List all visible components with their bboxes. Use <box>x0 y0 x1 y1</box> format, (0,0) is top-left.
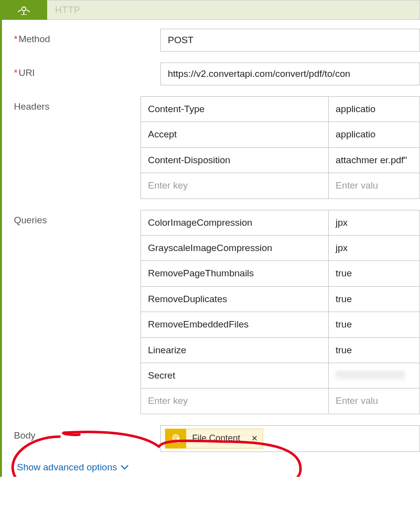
query-value[interactable]: true <box>329 312 420 337</box>
query-key-new[interactable]: Enter key <box>141 388 329 413</box>
body-label: Body <box>14 425 160 441</box>
file-content-token[interactable]: File Content ✕ <box>165 429 263 449</box>
action-title: HTTP <box>47 5 80 15</box>
method-label: *Method <box>14 29 160 45</box>
chevron-down-icon <box>120 462 129 473</box>
query-key[interactable]: ColorImageCompression <box>141 210 329 235</box>
table-row: Secret <box>141 363 420 388</box>
uri-input[interactable] <box>160 63 420 85</box>
query-key[interactable]: Secret <box>141 363 329 388</box>
header-value[interactable]: attachmer er.pdf" <box>329 148 420 173</box>
body-input[interactable]: File Content ✕ <box>160 425 420 452</box>
show-advanced-options-link[interactable]: Show advanced options <box>17 462 129 473</box>
table-row-new: Enter key Enter valu <box>141 388 420 413</box>
headers-label: Headers <box>14 96 140 112</box>
queries-label: Queries <box>14 210 140 226</box>
header-value[interactable]: applicatio <box>329 122 420 147</box>
headers-table: Content-Type applicatio Accept applicati… <box>140 96 420 199</box>
table-row-new: Enter key Enter valu <box>141 173 420 198</box>
table-row: RemoveDuplicates true <box>141 287 420 312</box>
header-key[interactable]: Accept <box>141 122 329 147</box>
advanced-link-label: Show advanced options <box>17 462 117 473</box>
action-header: HTTP <box>0 0 420 20</box>
query-value[interactable]: true <box>329 287 420 312</box>
query-value[interactable]: true <box>329 261 420 286</box>
query-value[interactable]: true <box>329 338 420 363</box>
body-row: Body File Content ✕ <box>14 425 420 452</box>
uri-label: *URI <box>14 63 160 78</box>
table-row: GrayscaleImageCompression jpx <box>141 236 420 261</box>
headers-row: Headers Content-Type applicatio Accept a… <box>14 96 420 199</box>
query-value[interactable] <box>329 363 420 388</box>
svg-rect-2 <box>176 440 180 443</box>
svg-point-0 <box>22 7 26 11</box>
table-row: Accept applicatio <box>141 122 420 147</box>
header-key[interactable]: Content-Disposition <box>141 148 329 173</box>
query-key[interactable]: RemoveEmbeddedFiles <box>141 312 329 337</box>
masked-secret <box>336 371 405 380</box>
query-key[interactable]: RemovePageThumbnails <box>141 261 329 286</box>
table-row: RemoveEmbeddedFiles true <box>141 312 420 337</box>
query-value[interactable]: jpx <box>329 236 420 260</box>
query-value[interactable]: jpx <box>329 210 420 235</box>
table-row: Content-Type applicatio <box>141 97 420 122</box>
globe-lock-icon <box>165 429 186 449</box>
queries-row: Queries ColorImageCompression jpx Graysc… <box>14 210 420 414</box>
http-action-icon <box>0 0 47 20</box>
query-value-new[interactable]: Enter valu <box>329 388 420 413</box>
table-row: RemovePageThumbnails true <box>141 261 420 286</box>
table-row: ColorImageCompression jpx <box>141 210 420 236</box>
table-row: Content-Disposition attachmer er.pdf" <box>141 148 420 173</box>
header-key[interactable]: Content-Type <box>141 97 329 122</box>
method-input[interactable] <box>160 29 420 52</box>
method-row: *Method <box>14 29 420 52</box>
token-label: File Content <box>186 433 246 444</box>
header-value-new[interactable]: Enter valu <box>329 173 420 198</box>
query-key[interactable]: RemoveDuplicates <box>141 287 329 312</box>
queries-table: ColorImageCompression jpx GrayscaleImage… <box>140 210 420 414</box>
header-key-new[interactable]: Enter key <box>141 173 329 198</box>
query-key[interactable]: GrayscaleImageCompression <box>141 236 329 260</box>
header-value[interactable]: applicatio <box>329 97 420 122</box>
token-remove-icon[interactable]: ✕ <box>246 434 263 443</box>
query-key[interactable]: Linearize <box>141 338 329 363</box>
table-row: Linearize true <box>141 338 420 363</box>
uri-row: *URI <box>14 63 420 85</box>
